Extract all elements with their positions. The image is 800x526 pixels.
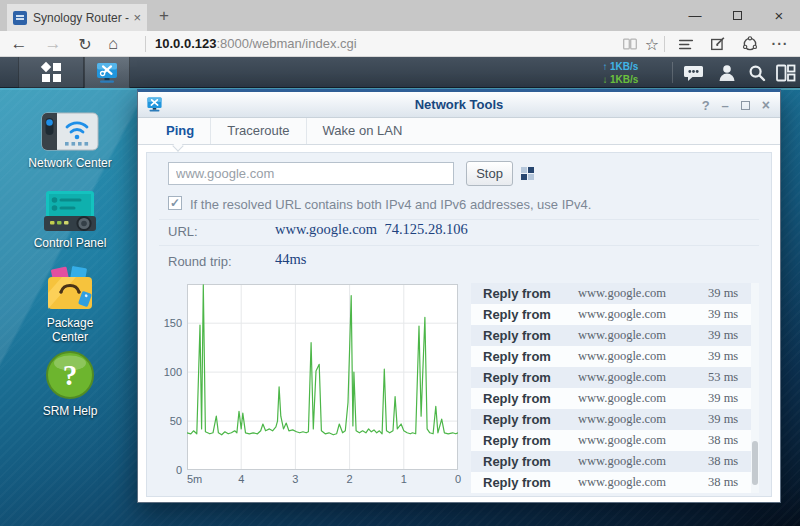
tab-title: Synology Router - Syno xyxy=(33,11,129,25)
browser-tab[interactable]: Synology Router - Syno × xyxy=(7,4,147,31)
reply-label: Reply from xyxy=(483,391,578,406)
main-menu-button[interactable] xyxy=(18,57,84,88)
favorites-star-icon[interactable]: ☆ xyxy=(638,31,666,57)
reply-row: Reply fromwww.google.com38 ms xyxy=(471,472,751,493)
toolbar-divider2 xyxy=(664,36,665,52)
browser-close-button[interactable]: × xyxy=(758,0,800,31)
y-tick-label: 50 xyxy=(170,415,182,427)
refresh-icon[interactable]: ↻ xyxy=(72,31,98,57)
browser-titlebar: Synology Router - Syno × + — × xyxy=(0,0,800,31)
user-options-button[interactable] xyxy=(712,57,742,88)
reply-row: Reply fromwww.google.com38 ms xyxy=(471,430,751,451)
ipv4-checkbox[interactable]: ✓ xyxy=(168,196,182,210)
desktop-icon-control-panel[interactable]: Control Panel xyxy=(22,190,118,250)
reply-host: www.google.com xyxy=(578,454,708,469)
tab-favicon xyxy=(13,11,27,25)
network-speed-indicator[interactable]: ↑1KB/s ↓1KB/s xyxy=(600,60,670,86)
url-path: :8000/webman/index.cgi xyxy=(216,36,356,51)
chat-bubble-icon xyxy=(683,63,704,83)
window-titlebar[interactable]: Network Tools ? – × xyxy=(138,92,780,118)
reply-host: www.google.com xyxy=(578,286,708,301)
reply-host: www.google.com xyxy=(578,412,708,427)
round-trip-label: Round trip: xyxy=(168,254,232,269)
reply-host: www.google.com xyxy=(578,328,708,343)
reply-host: www.google.com xyxy=(578,349,708,364)
share-icon[interactable] xyxy=(736,31,764,57)
notifications-button[interactable] xyxy=(678,57,708,88)
search-button[interactable] xyxy=(742,57,772,88)
web-note-icon[interactable] xyxy=(704,31,732,57)
window-close-button[interactable]: × xyxy=(762,97,770,113)
control-panel-icon xyxy=(22,190,118,232)
reply-host: www.google.com xyxy=(578,307,708,322)
screen: Synology Router - Syno × + — × ← → ↻ ⌂ 1… xyxy=(0,0,800,526)
window-minimize-button[interactable]: – xyxy=(722,98,729,113)
url-host: 10.0.0.123 xyxy=(155,36,216,51)
reply-label: Reply from xyxy=(483,328,578,343)
reply-label: Reply from xyxy=(483,433,578,448)
reply-list-rows: Reply fromwww.google.com39 msReply fromw… xyxy=(471,283,751,493)
main-menu-grid-icon xyxy=(42,63,61,82)
widgets-icon xyxy=(775,63,796,83)
desktop-icon-package-center[interactable]: Package Center xyxy=(22,266,118,344)
desktop-icon-label: Control Panel xyxy=(22,236,118,250)
widgets-button[interactable] xyxy=(770,57,800,88)
tab-traceroute[interactable]: Traceroute xyxy=(210,118,305,144)
reply-row: Reply fromwww.google.com39 ms xyxy=(471,346,751,367)
tab-wake-on-lan[interactable]: Wake on LAN xyxy=(306,118,419,144)
desktop-icon-label: Package Center xyxy=(39,316,101,344)
user-icon xyxy=(717,63,737,83)
toolbar-divider xyxy=(145,36,146,52)
reply-scrollbar-thumb[interactable] xyxy=(752,441,758,485)
reply-label: Reply from xyxy=(483,349,578,364)
divider xyxy=(159,219,759,220)
home-icon[interactable]: ⌂ xyxy=(100,31,126,57)
reply-label: Reply from xyxy=(483,412,578,427)
reply-time: 53 ms xyxy=(708,370,751,385)
reply-host: www.google.com xyxy=(578,433,708,448)
taskbar-divider xyxy=(672,62,673,83)
reply-time: 38 ms xyxy=(708,454,751,469)
x-tick-label: 1 xyxy=(401,473,407,485)
srm-taskbar: ↑1KB/s ↓1KB/s xyxy=(0,57,800,88)
tab-close-icon[interactable]: × xyxy=(133,10,141,25)
y-tick-label: 100 xyxy=(164,366,182,378)
reply-time: 39 ms xyxy=(708,307,751,322)
x-tick-label: 0 xyxy=(455,473,461,485)
reply-label: Reply from xyxy=(483,454,578,469)
back-icon[interactable]: ← xyxy=(6,31,32,57)
x-tick-label: 2 xyxy=(347,473,353,485)
browser-maximize-button[interactable] xyxy=(716,0,758,31)
forward-icon[interactable]: → xyxy=(40,31,66,57)
ping-target-input[interactable] xyxy=(168,162,454,185)
reply-time: 39 ms xyxy=(708,412,751,427)
resolved-host: www.google.com xyxy=(275,221,377,237)
window-maximize-button[interactable] xyxy=(741,101,750,110)
window-help-button[interactable]: ? xyxy=(702,98,710,113)
taskbar-network-tools-button[interactable] xyxy=(84,57,130,88)
stop-button[interactable]: Stop xyxy=(466,161,513,186)
divider xyxy=(159,245,759,246)
reply-row: Reply fromwww.google.com53 ms xyxy=(471,367,751,388)
maximize-icon xyxy=(733,11,742,20)
desktop-icon-network-center[interactable]: Network Center xyxy=(22,110,118,170)
browser-minimize-button[interactable]: — xyxy=(674,0,716,31)
reply-row: Reply fromwww.google.com38 ms xyxy=(471,451,751,472)
chart-plot xyxy=(187,284,458,470)
reply-row: Reply fromwww.google.com39 ms xyxy=(471,283,751,304)
busy-indicator-icon xyxy=(521,167,534,180)
new-tab-button[interactable]: + xyxy=(152,6,176,26)
resolved-ip: 74.125.28.106 xyxy=(384,221,467,237)
address-bar[interactable]: 10.0.0.123:8000/webman/index.cgi xyxy=(155,31,357,57)
more-actions-icon[interactable]: ··· xyxy=(766,31,794,57)
desktop-icon-srm-help[interactable]: ? SRM Help xyxy=(22,350,118,418)
reply-time: 39 ms xyxy=(708,349,751,364)
tab-ping[interactable]: Ping xyxy=(150,118,210,144)
ping-chart-area: 050100150 5m43210 xyxy=(159,284,463,492)
y-tick-label: 150 xyxy=(164,317,182,329)
reply-scrollbar-track[interactable] xyxy=(751,283,759,493)
network-tools-icon xyxy=(95,61,119,85)
hub-icon[interactable] xyxy=(672,31,700,57)
help-icon: ? xyxy=(22,350,118,400)
ping-chart xyxy=(187,284,458,470)
